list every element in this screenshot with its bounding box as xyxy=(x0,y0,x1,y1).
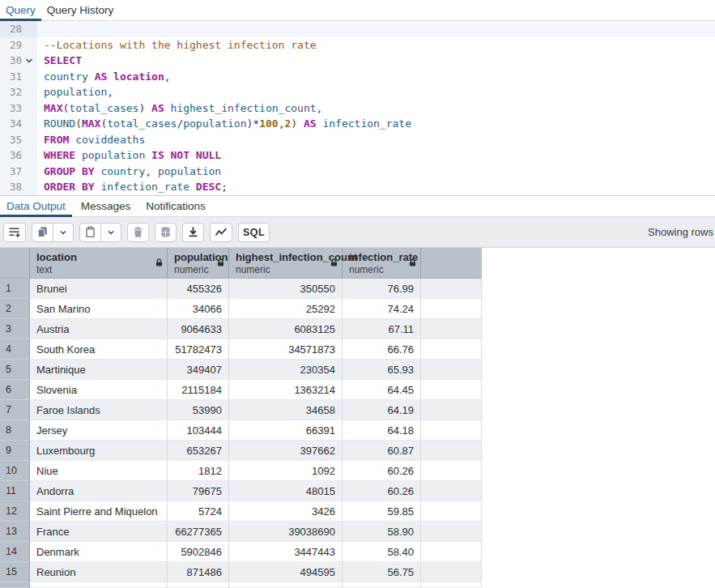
table-cell-highest_infection_count[interactable]: 350550 xyxy=(229,279,343,299)
table-cell-highest_infection_count[interactable]: 3426 xyxy=(229,501,343,522)
table-cell-highest_infection_count[interactable]: 48015 xyxy=(229,481,343,501)
code-line[interactable]: 32population, xyxy=(0,84,715,100)
table-cell-population[interactable]: 79675 xyxy=(168,481,229,501)
code-text[interactable]: population, xyxy=(37,84,715,100)
table-cell-highest_infection_count[interactable]: 3447443 xyxy=(229,542,343,562)
table-row[interactable]: 1Brunei45532635055076.99 xyxy=(0,279,482,299)
table-row[interactable]: 12Saint Pierre and Miquelon5724342659.85 xyxy=(0,501,482,522)
table-cell-location[interactable]: Brunei xyxy=(30,279,168,299)
column-header-infection_rate[interactable]: infection_ratenumeric xyxy=(343,248,421,278)
row-number[interactable]: 13 xyxy=(0,522,30,542)
delete-row-button[interactable] xyxy=(127,223,149,242)
code-line[interactable]: 35FROM coviddeaths xyxy=(0,132,715,148)
column-header-highest_infection_count[interactable]: highest_infection_countnumeric xyxy=(229,248,343,278)
line-number[interactable]: 33 xyxy=(0,100,22,117)
table-cell-highest_infection_count[interactable]: 397662 xyxy=(229,441,343,461)
row-number[interactable]: 8 xyxy=(0,420,30,441)
chart-button[interactable] xyxy=(210,223,232,242)
table-cell-infection_rate[interactable]: 65.93 xyxy=(343,360,421,380)
table-cell-location[interactable]: Saint Pierre and Miquelon xyxy=(30,501,168,522)
code-line[interactable]: 30SELECT xyxy=(0,53,715,69)
add-row-button[interactable] xyxy=(3,223,26,242)
table-row[interactable]: 14Denmark5902846344744358.40 xyxy=(0,542,482,562)
code-line[interactable]: 34ROUND(MAX(total_cases/population)*100,… xyxy=(0,116,715,132)
table-cell-highest_infection_count[interactable]: 1363214 xyxy=(229,380,343,400)
tab-query[interactable]: Query xyxy=(0,0,41,20)
line-number[interactable]: 30 xyxy=(0,53,22,69)
line-number[interactable]: 29 xyxy=(0,37,22,53)
fold-toggle[interactable] xyxy=(22,57,36,65)
row-number[interactable] xyxy=(0,582,30,588)
table-cell-infection_rate[interactable]: 60.26 xyxy=(343,481,421,501)
table-cell-population[interactable]: 871486 xyxy=(168,562,229,582)
table-cell-population[interactable]: 5724 xyxy=(168,501,229,522)
line-number[interactable]: 38 xyxy=(0,179,22,195)
line-number[interactable]: 28 xyxy=(0,21,22,37)
code-text[interactable]: ORDER BY infection_rate DESC; xyxy=(37,179,715,195)
table-cell-location[interactable]: Reunion xyxy=(30,562,168,582)
sql-button[interactable]: SQL xyxy=(238,223,270,242)
table-row[interactable]: 3Austria9064633608312567.11 xyxy=(0,319,482,339)
table-cell-highest_infection_count[interactable]: 34658 xyxy=(229,400,343,420)
code-line[interactable]: 33MAX(total_cases) AS highest_infection_… xyxy=(0,100,715,117)
line-number[interactable]: 37 xyxy=(0,164,22,180)
table-cell-location[interactable]: Slovenia xyxy=(30,380,168,400)
table-cell-infection_rate[interactable]: 60.87 xyxy=(343,441,421,461)
row-number[interactable]: 7 xyxy=(0,400,30,420)
editor-gutter[interactable]: 35 xyxy=(0,132,37,148)
table-cell-infection_rate[interactable]: 74.24 xyxy=(343,299,421,319)
row-number[interactable]: 2 xyxy=(0,299,30,319)
sql-editor[interactable]: 2829--Locations with the highest infecti… xyxy=(0,21,715,196)
row-number[interactable]: 1 xyxy=(0,279,30,299)
editor-gutter[interactable]: 36 xyxy=(0,147,37,164)
row-number[interactable]: 15 xyxy=(0,562,30,582)
editor-gutter[interactable]: 37 xyxy=(0,164,37,180)
table-cell-location[interactable]: Andorra xyxy=(30,481,168,501)
table-cell-location[interactable]: Austria xyxy=(30,319,168,339)
copy-options-button[interactable] xyxy=(53,223,74,242)
row-number[interactable]: 4 xyxy=(0,339,30,360)
table-cell-highest_infection_count[interactable]: 494595 xyxy=(229,562,343,582)
table-cell-location[interactable]: South Korea xyxy=(30,339,168,360)
line-number[interactable]: 36 xyxy=(0,147,22,164)
table-cell-highest_infection_count[interactable]: 6083125 xyxy=(229,319,343,339)
table-cell-population[interactable]: 5902846 xyxy=(168,542,229,562)
table-row[interactable]: 2San Marino340662529274.24 xyxy=(0,299,482,319)
editor-gutter[interactable]: 30 xyxy=(0,53,37,69)
table-cell-population[interactable]: 1812 xyxy=(168,461,229,481)
row-number[interactable]: 9 xyxy=(0,441,30,461)
row-number[interactable]: 12 xyxy=(0,501,30,522)
table-cell-population[interactable]: 9064633 xyxy=(168,319,229,339)
table-cell-infection_rate[interactable]: 56.75 xyxy=(343,562,421,582)
table-cell-highest_infection_count[interactable]: 66391 xyxy=(229,420,343,441)
editor-gutter[interactable]: 34 xyxy=(0,116,37,132)
line-number[interactable]: 31 xyxy=(0,69,22,85)
code-text[interactable]: FROM coviddeaths xyxy=(37,132,715,148)
code-line[interactable]: 38ORDER BY infection_rate DESC; xyxy=(0,179,715,195)
table-cell-location[interactable]: Martinique xyxy=(30,360,168,380)
editor-gutter[interactable]: 31 xyxy=(0,69,37,85)
table-cell-location[interactable]: France xyxy=(30,522,168,542)
table-cell-infection_rate[interactable]: 76.99 xyxy=(343,279,421,299)
table-row[interactable]: 15Reunion87148649459556.75 xyxy=(0,562,482,582)
tab-data-output[interactable]: Data Output xyxy=(0,196,72,216)
row-number[interactable]: 3 xyxy=(0,319,30,339)
code-text[interactable] xyxy=(37,21,715,37)
table-cell-infection_rate[interactable]: 67.11 xyxy=(343,319,421,339)
row-number[interactable]: 14 xyxy=(0,542,30,562)
table-cell-location[interactable]: Denmark xyxy=(30,542,168,562)
code-text[interactable]: country AS location, xyxy=(37,69,715,85)
column-header-population[interactable]: populationnumeric xyxy=(168,248,229,278)
code-line[interactable]: 36WHERE population IS NOT NULL xyxy=(0,147,715,164)
paste-options-button[interactable] xyxy=(100,223,121,242)
table-cell-population[interactable]: 53990 xyxy=(168,400,229,420)
table-cell-highest_infection_count[interactable]: 39038690 xyxy=(229,522,343,542)
table-cell-infection_rate[interactable]: 64.19 xyxy=(343,400,421,420)
table-cell-location[interactable]: San Marino xyxy=(30,299,168,319)
table-cell-location[interactable]: Luxembourg xyxy=(30,441,168,461)
table-row[interactable]: 5Martinique34940723035465.93 xyxy=(0,360,482,380)
table-cell-infection_rate[interactable]: 59.85 xyxy=(343,501,421,522)
table-cell-highest_infection_count[interactable]: 1092 xyxy=(229,461,343,481)
table-cell-population[interactable]: 349407 xyxy=(168,360,229,380)
code-text[interactable]: SELECT xyxy=(37,53,715,69)
